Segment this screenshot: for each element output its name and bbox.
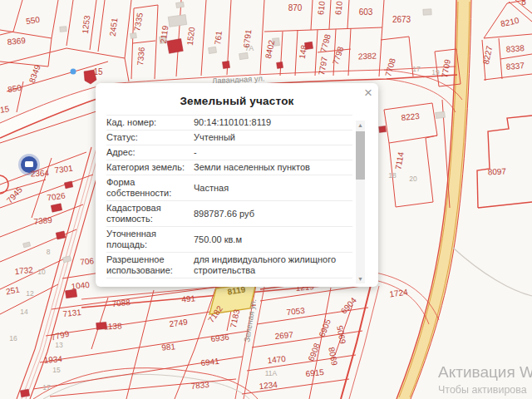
cadastral-map-app: { "popup": { "title": "Земельный участок… — [0, 0, 532, 399]
address-number-label: 8 — [47, 248, 51, 256]
field-value: - — [190, 147, 352, 158]
address-number-label: 15 — [52, 366, 61, 374]
parcel-number-label: 610 — [333, 0, 344, 15]
parcel-number-label: 870 — [288, 3, 303, 12]
field-value: 898787.66 руб — [190, 209, 352, 219]
field-label: Разрешенное использование: — [106, 254, 190, 276]
parcel-number-label: 1934 — [43, 354, 62, 365]
activation-watermark-line1: Активация Wi — [438, 363, 532, 382]
parcel-number-label: 491 — [181, 293, 196, 304]
address-number-label: 17 — [412, 65, 421, 73]
popup-field-row: Разрешенное использование:для индивидуал… — [106, 253, 352, 278]
parcel-number-label: 8097 — [487, 166, 506, 176]
parcel-number-label: 981 — [161, 342, 176, 352]
address-number-label: 14 — [20, 308, 28, 316]
activation-watermark-line2: Чтобы активирова — [438, 384, 527, 396]
popup-field-row: Кад. номер:90:14:110101:8119 — [106, 116, 352, 131]
address-number-label: 18 — [388, 171, 397, 180]
parcel-number-label: 8 — [521, 0, 526, 7]
parcel-number-label: 1138 — [104, 321, 122, 331]
popup-field-row: Статус:Учтенный — [106, 131, 352, 145]
parcel-info-popup: Земельный участок × Кад. номер:90:14:110… — [96, 83, 378, 287]
address-number-label: 10 — [37, 268, 46, 276]
popup-field-row: Форма собственности:Частная — [106, 175, 352, 201]
field-value: Земли населенных пунктов — [190, 162, 352, 173]
scroll-down-icon[interactable]: ▼ — [356, 274, 365, 283]
parcel-number-label: 706 — [80, 256, 95, 267]
field-label: Кадастровая стоимость: — [106, 203, 190, 224]
close-icon[interactable]: × — [364, 86, 372, 100]
field-label: Статус: — [106, 132, 190, 143]
popup-title: Земельный участок — [96, 83, 378, 107]
scroll-thumb[interactable] — [356, 131, 365, 180]
address-number-label: 12 — [26, 289, 34, 298]
parcel-number-label: 2364 — [30, 168, 49, 178]
scroll-up-icon[interactable]: ▲ — [356, 121, 365, 130]
parcel-number-label: 2697 — [274, 330, 294, 341]
address-number-label: 19 — [431, 68, 440, 76]
parcel-number-label: 2673 — [392, 15, 411, 24]
field-value: Учтенный — [190, 132, 352, 143]
water-point-icon — [71, 69, 76, 75]
popup-field-row: Уточненная площадь:750.00 кв.м — [106, 227, 352, 253]
popup-scrollbar[interactable]: ▲ ▼ — [356, 121, 365, 283]
field-value: 750.00 кв.м — [190, 234, 352, 245]
parcel-number-label: 15 — [93, 67, 103, 76]
parcel-number-label: 603 — [359, 7, 373, 17]
field-value: для индивидуального жилищного строительс… — [190, 254, 352, 276]
parcel-number-label: 8338 — [505, 43, 525, 54]
field-label: Кад. номер: — [106, 117, 190, 128]
popup-field-row: Адрес:- — [106, 145, 352, 160]
field-label: Уточненная площадь: — [106, 229, 190, 250]
parcel-number-label: 8369 — [7, 36, 27, 47]
parcel-number-label: 610 — [316, 0, 327, 15]
field-value: 90:14:110101:8119 — [190, 117, 352, 128]
parcel-number-label: 761 — [213, 30, 224, 45]
parcel-number-label: 8337 — [505, 61, 525, 71]
field-label: Адрес: — [106, 147, 190, 158]
address-number-label: 17 — [42, 383, 51, 392]
field-label: Категория земель: — [106, 162, 190, 173]
address-number-label: 7А — [245, 44, 254, 52]
popup-rows: Кад. номер:90:14:110101:8119Статус:Учтен… — [106, 115, 352, 284]
field-label: Форма собственности: — [106, 177, 190, 199]
bus-glyph — [25, 161, 33, 167]
parcel-number-label: 7336 — [135, 47, 146, 66]
address-number-label: 20 — [409, 175, 417, 183]
address-number-label: 11А — [265, 369, 278, 377]
popup-field-row: Кадастровая стоимость:898787.66 руб — [106, 201, 352, 227]
popup-field-row: Категория земель:Земли населенных пункто… — [106, 160, 352, 175]
address-number-label: 13 — [55, 341, 63, 349]
parcel-number-label: 15 — [0, 104, 10, 115]
address-number-label: 16 — [9, 334, 17, 342]
field-value: Частная — [190, 183, 352, 194]
parcel-number-label: 2382 — [357, 51, 377, 61]
